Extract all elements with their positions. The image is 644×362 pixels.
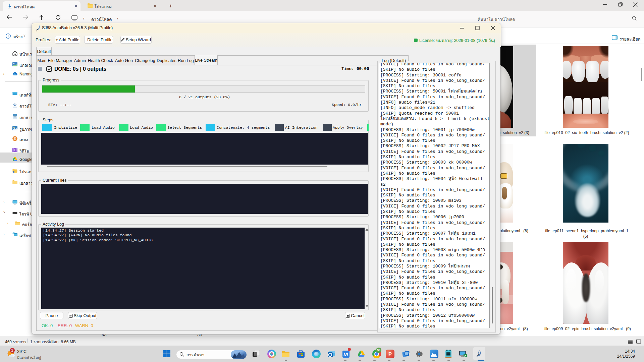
svg-text:IA: IA bbox=[343, 351, 348, 357]
